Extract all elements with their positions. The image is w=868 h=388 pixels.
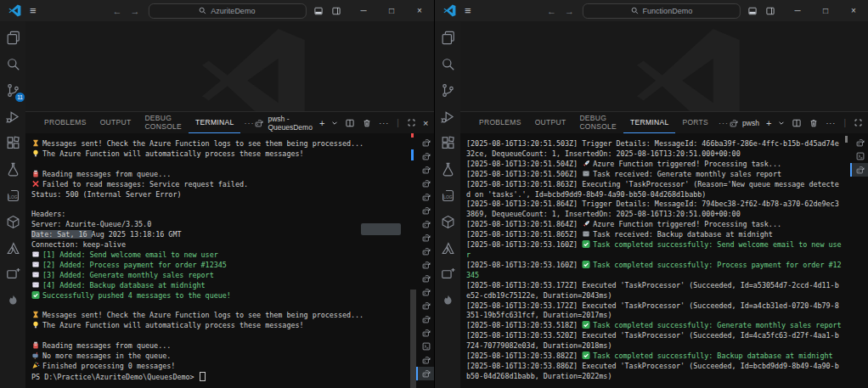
panel-tab-debug-console[interactable]: DEBUG CONSOLE — [572, 113, 623, 133]
terminal-tab-item-task[interactable] — [416, 204, 434, 217]
menu-icon[interactable]: ≡ — [30, 4, 37, 17]
chevron-down-icon[interactable] — [778, 120, 785, 127]
activity-azure-icon[interactable] — [438, 239, 457, 257]
toggle-panel-icon[interactable] — [313, 6, 324, 16]
toggle-secondary-sidebar-icon[interactable] — [765, 6, 775, 16]
back-icon[interactable]: ← — [547, 6, 556, 16]
tabs-overflow-icon[interactable]: ··· — [719, 119, 729, 127]
tabs-overflow-icon[interactable]: ··· — [244, 119, 254, 127]
line-text: Task received: Backup database at midnig… — [593, 230, 773, 239]
activity-new-window-sparkle-icon[interactable] — [3, 265, 22, 284]
terminal-tab-item-shell[interactable] — [416, 340, 434, 353]
activity-source-control-icon[interactable]: 11 — [3, 81, 22, 99]
activity-run-debug-icon[interactable] — [3, 107, 22, 126]
active-terminal-label[interactable]: pwsh — [729, 118, 759, 128]
expand-icon[interactable] — [407, 118, 416, 127]
maximize-icon[interactable]: □ — [386, 6, 397, 15]
terminal-tab-item-task[interactable] — [416, 163, 434, 177]
terminal-tab-item-task[interactable] — [416, 136, 434, 149]
terminal-tab-item-task[interactable] — [416, 245, 434, 258]
menu-icon[interactable]: ≡ — [465, 4, 471, 17]
activity-extensions-icon[interactable] — [3, 133, 22, 152]
activity-search-icon[interactable] — [3, 54, 22, 73]
split-icon[interactable] — [792, 118, 802, 128]
activity-testing-icon[interactable] — [438, 160, 457, 178]
command-center-search[interactable]: FunctionDemo — [583, 3, 741, 19]
panel-tab-output[interactable]: OUTPUT — [93, 113, 138, 133]
panel-tab-problems[interactable]: PROBLEMS — [472, 113, 528, 133]
activity-output-log-icon[interactable]: LOG — [438, 186, 457, 205]
activity-new-window-sparkle-icon[interactable] — [438, 265, 457, 284]
terminal-tab-item-task[interactable] — [416, 177, 434, 190]
minimize-icon[interactable]: ─ — [358, 6, 369, 15]
plus-icon[interactable]: + — [766, 118, 771, 128]
more-icon[interactable]: ··· — [379, 119, 389, 127]
chevron-down-icon[interactable] — [331, 120, 338, 127]
trash-icon[interactable] — [809, 118, 819, 128]
plus-icon[interactable]: + — [319, 118, 324, 128]
hourglass-icon — [31, 311, 40, 318]
terminal-output[interactable]: Messages sent! Check the Azure Function … — [25, 133, 416, 388]
activity-azure-icon[interactable] — [3, 239, 22, 257]
terminal-line: Failed to read messages: Service request… — [31, 180, 408, 190]
line-text: Azure Function triggered! Processing tas… — [593, 160, 781, 168]
close-small-icon[interactable]: × — [423, 118, 428, 128]
activity-output-log-icon[interactable]: LOG — [3, 186, 22, 205]
expand-icon[interactable] — [854, 118, 863, 127]
terminal-tab-item-task[interactable] — [416, 217, 434, 231]
terminal-tab-item-task[interactable] — [416, 312, 434, 326]
back-icon[interactable]: ← — [112, 6, 121, 16]
activity-explorer-icon[interactable] — [3, 28, 22, 47]
close-icon[interactable]: × — [414, 6, 426, 15]
postbox-icon — [31, 341, 40, 349]
activity-search-icon[interactable] — [438, 54, 457, 73]
activity-explorer-icon[interactable] — [438, 28, 457, 47]
terminal-tab-item-shell[interactable] — [850, 149, 868, 163]
activity-run-debug-icon[interactable] — [438, 107, 457, 126]
toggle-panel-icon[interactable] — [747, 6, 758, 16]
forward-icon[interactable]: → — [565, 6, 574, 16]
toggle-secondary-sidebar-icon[interactable] — [331, 6, 341, 16]
panel-tab-output[interactable]: OUTPUT — [528, 113, 573, 133]
terminal-tab-item-task[interactable] — [416, 353, 434, 367]
activity-flame-icon[interactable] — [438, 291, 457, 310]
panel-tab-terminal[interactable]: TERMINAL — [189, 113, 240, 133]
panel-tab-debug-console[interactable]: DEBUG CONSOLE — [138, 113, 189, 133]
terminal-tab-item-task[interactable] — [416, 326, 434, 340]
activity-flame-icon[interactable] — [3, 291, 22, 310]
terminal-tab-item-task[interactable] — [850, 163, 868, 177]
line-text: [3] Added: Generate monthly sales report — [42, 271, 214, 279]
terminal-tab-item-task[interactable] — [416, 272, 434, 285]
trash-icon[interactable] — [362, 118, 372, 128]
bottom-panel: PROBLEMSOUTPUTDEBUG CONSOLETERMINALPORTS… — [460, 111, 868, 388]
activity-source-control-icon[interactable] — [438, 81, 457, 99]
forward-icon[interactable]: → — [130, 6, 139, 16]
terminal-tab-item-task[interactable] — [416, 285, 434, 299]
terminal-tab-item-task[interactable] — [416, 190, 434, 204]
panel-tab-terminal[interactable]: TERMINAL — [623, 113, 675, 133]
terminal-tab-item-task[interactable] — [850, 136, 868, 149]
minimize-icon[interactable]: ─ — [792, 6, 803, 15]
panel-tab-ports[interactable]: PORTS — [675, 113, 715, 133]
active-terminal-label[interactable]: pwsh - QueuesDemo — [254, 115, 312, 132]
split-icon[interactable] — [345, 118, 355, 128]
terminal-tab-item-task[interactable] — [416, 299, 434, 312]
line-text: The Azure Function will automatically pr… — [42, 321, 304, 329]
terminal-tab-item-task[interactable] — [416, 258, 434, 272]
terminal-task-icon — [729, 118, 739, 128]
activity-extensions-icon[interactable] — [438, 133, 457, 152]
terminal-line: [3] Added: Generate monthly sales report — [31, 271, 408, 281]
terminal-tab-item-task[interactable] — [416, 367, 434, 380]
close-icon[interactable]: × — [848, 6, 860, 15]
activity-container-icon[interactable] — [3, 212, 22, 231]
terminal-output[interactable]: [2025-08-16T13:20:51.503Z] Trigger Detai… — [460, 133, 850, 388]
panel-tab-problems[interactable]: PROBLEMS — [37, 113, 93, 133]
command-center-search[interactable]: AzuriteDemo — [148, 3, 306, 19]
maximize-icon[interactable]: □ — [820, 6, 831, 15]
activity-container-icon[interactable] — [438, 212, 457, 231]
terminal-tab-item-task[interactable] — [416, 149, 434, 163]
terminal-tab-item-task[interactable] — [416, 231, 434, 245]
activity-testing-icon[interactable] — [3, 160, 22, 178]
more-icon[interactable]: ··· — [826, 119, 836, 127]
line-text: PS D:\Practice\AzuriteDemo\QueuesDemo> — [31, 373, 199, 381]
